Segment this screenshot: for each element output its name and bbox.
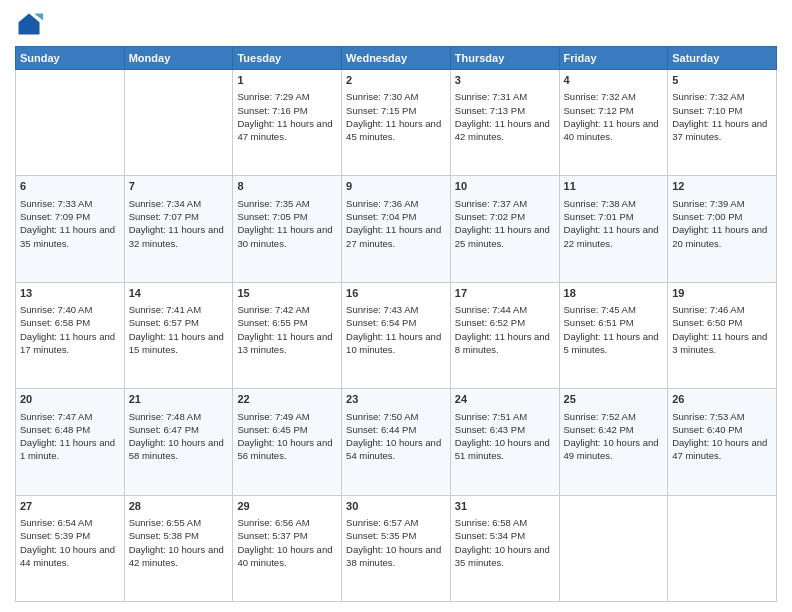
day-number: 14 — [129, 286, 229, 301]
day-number: 31 — [455, 499, 555, 514]
calendar-cell — [124, 70, 233, 176]
calendar-header-thursday: Thursday — [450, 47, 559, 70]
calendar-cell: 11Sunrise: 7:38 AMSunset: 7:01 PMDayligh… — [559, 176, 668, 282]
day-number: 6 — [20, 179, 120, 194]
calendar-cell: 24Sunrise: 7:51 AMSunset: 6:43 PMDayligh… — [450, 389, 559, 495]
calendar-cell: 9Sunrise: 7:36 AMSunset: 7:04 PMDaylight… — [342, 176, 451, 282]
calendar-cell: 13Sunrise: 7:40 AMSunset: 6:58 PMDayligh… — [16, 282, 125, 388]
day-number: 26 — [672, 392, 772, 407]
day-number: 1 — [237, 73, 337, 88]
calendar-cell: 27Sunrise: 6:54 AMSunset: 5:39 PMDayligh… — [16, 495, 125, 601]
calendar-week-3: 13Sunrise: 7:40 AMSunset: 6:58 PMDayligh… — [16, 282, 777, 388]
calendar-cell: 2Sunrise: 7:30 AMSunset: 7:15 PMDaylight… — [342, 70, 451, 176]
calendar-header-sunday: Sunday — [16, 47, 125, 70]
day-number: 19 — [672, 286, 772, 301]
day-number: 28 — [129, 499, 229, 514]
day-number: 22 — [237, 392, 337, 407]
calendar-cell: 21Sunrise: 7:48 AMSunset: 6:47 PMDayligh… — [124, 389, 233, 495]
day-number: 9 — [346, 179, 446, 194]
calendar-table: SundayMondayTuesdayWednesdayThursdayFrid… — [15, 46, 777, 602]
svg-marker-0 — [19, 14, 40, 35]
day-number: 15 — [237, 286, 337, 301]
calendar-cell: 1Sunrise: 7:29 AMSunset: 7:16 PMDaylight… — [233, 70, 342, 176]
logo-icon — [15, 10, 43, 38]
header — [15, 10, 777, 38]
calendar-cell: 6Sunrise: 7:33 AMSunset: 7:09 PMDaylight… — [16, 176, 125, 282]
day-number: 3 — [455, 73, 555, 88]
day-number: 27 — [20, 499, 120, 514]
calendar-header-wednesday: Wednesday — [342, 47, 451, 70]
calendar-cell: 14Sunrise: 7:41 AMSunset: 6:57 PMDayligh… — [124, 282, 233, 388]
day-number: 13 — [20, 286, 120, 301]
calendar-cell — [16, 70, 125, 176]
calendar-header-monday: Monday — [124, 47, 233, 70]
calendar-cell: 23Sunrise: 7:50 AMSunset: 6:44 PMDayligh… — [342, 389, 451, 495]
calendar-cell: 29Sunrise: 6:56 AMSunset: 5:37 PMDayligh… — [233, 495, 342, 601]
day-number: 12 — [672, 179, 772, 194]
day-number: 8 — [237, 179, 337, 194]
day-number: 21 — [129, 392, 229, 407]
day-number: 2 — [346, 73, 446, 88]
calendar-cell: 31Sunrise: 6:58 AMSunset: 5:34 PMDayligh… — [450, 495, 559, 601]
calendar-cell: 18Sunrise: 7:45 AMSunset: 6:51 PMDayligh… — [559, 282, 668, 388]
logo — [15, 10, 47, 38]
day-number: 25 — [564, 392, 664, 407]
day-number: 18 — [564, 286, 664, 301]
day-number: 17 — [455, 286, 555, 301]
calendar-cell: 28Sunrise: 6:55 AMSunset: 5:38 PMDayligh… — [124, 495, 233, 601]
page: SundayMondayTuesdayWednesdayThursdayFrid… — [0, 0, 792, 612]
calendar-cell: 26Sunrise: 7:53 AMSunset: 6:40 PMDayligh… — [668, 389, 777, 495]
calendar-cell: 22Sunrise: 7:49 AMSunset: 6:45 PMDayligh… — [233, 389, 342, 495]
day-number: 29 — [237, 499, 337, 514]
calendar-cell — [668, 495, 777, 601]
day-number: 23 — [346, 392, 446, 407]
calendar-cell: 7Sunrise: 7:34 AMSunset: 7:07 PMDaylight… — [124, 176, 233, 282]
day-number: 11 — [564, 179, 664, 194]
day-number: 5 — [672, 73, 772, 88]
calendar-header-tuesday: Tuesday — [233, 47, 342, 70]
calendar-header-saturday: Saturday — [668, 47, 777, 70]
calendar-cell — [559, 495, 668, 601]
calendar-week-1: 1Sunrise: 7:29 AMSunset: 7:16 PMDaylight… — [16, 70, 777, 176]
calendar-cell: 17Sunrise: 7:44 AMSunset: 6:52 PMDayligh… — [450, 282, 559, 388]
calendar-cell: 12Sunrise: 7:39 AMSunset: 7:00 PMDayligh… — [668, 176, 777, 282]
day-number: 7 — [129, 179, 229, 194]
calendar-week-2: 6Sunrise: 7:33 AMSunset: 7:09 PMDaylight… — [16, 176, 777, 282]
calendar-cell: 19Sunrise: 7:46 AMSunset: 6:50 PMDayligh… — [668, 282, 777, 388]
calendar-cell: 5Sunrise: 7:32 AMSunset: 7:10 PMDaylight… — [668, 70, 777, 176]
day-number: 30 — [346, 499, 446, 514]
calendar-week-4: 20Sunrise: 7:47 AMSunset: 6:48 PMDayligh… — [16, 389, 777, 495]
calendar-cell: 4Sunrise: 7:32 AMSunset: 7:12 PMDaylight… — [559, 70, 668, 176]
calendar-header-row: SundayMondayTuesdayWednesdayThursdayFrid… — [16, 47, 777, 70]
day-number: 4 — [564, 73, 664, 88]
calendar-cell: 15Sunrise: 7:42 AMSunset: 6:55 PMDayligh… — [233, 282, 342, 388]
calendar-week-5: 27Sunrise: 6:54 AMSunset: 5:39 PMDayligh… — [16, 495, 777, 601]
calendar-cell: 10Sunrise: 7:37 AMSunset: 7:02 PMDayligh… — [450, 176, 559, 282]
day-number: 20 — [20, 392, 120, 407]
calendar-cell: 20Sunrise: 7:47 AMSunset: 6:48 PMDayligh… — [16, 389, 125, 495]
day-number: 16 — [346, 286, 446, 301]
calendar-header-friday: Friday — [559, 47, 668, 70]
calendar-cell: 16Sunrise: 7:43 AMSunset: 6:54 PMDayligh… — [342, 282, 451, 388]
day-number: 10 — [455, 179, 555, 194]
day-number: 24 — [455, 392, 555, 407]
calendar-cell: 30Sunrise: 6:57 AMSunset: 5:35 PMDayligh… — [342, 495, 451, 601]
calendar-cell: 8Sunrise: 7:35 AMSunset: 7:05 PMDaylight… — [233, 176, 342, 282]
calendar-cell: 3Sunrise: 7:31 AMSunset: 7:13 PMDaylight… — [450, 70, 559, 176]
calendar-cell: 25Sunrise: 7:52 AMSunset: 6:42 PMDayligh… — [559, 389, 668, 495]
